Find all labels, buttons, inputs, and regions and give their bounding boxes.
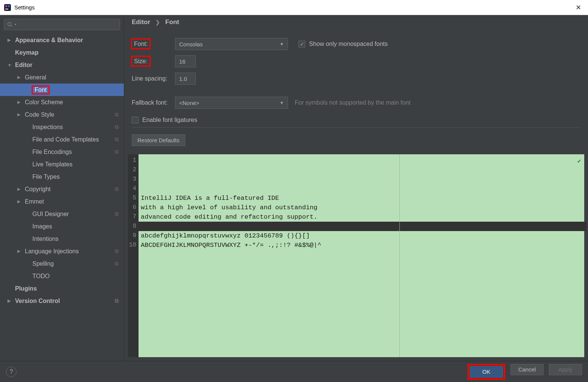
sidebar-item-label: Code Style — [25, 111, 54, 118]
sidebar-item-copyright[interactable]: ▶Copyright⧉ — [0, 183, 124, 195]
preview-line — [141, 259, 584, 269]
scope-icon: ⧉ — [115, 211, 119, 217]
search-dropdown-icon[interactable]: ▾ — [15, 23, 17, 26]
preview-line: abcdefghijklmnopqrstuvwxyz 0123456789 ()… — [141, 231, 584, 240]
svg-line-5 — [11, 26, 12, 27]
cancel-button[interactable]: Cancel — [510, 364, 544, 375]
sidebar-item-gui-designer[interactable]: ▶GUI Designer⧉ — [0, 208, 124, 220]
font-select[interactable]: Consolas ▼ — [175, 38, 288, 50]
sidebar-item-label: Emmet — [25, 198, 44, 205]
sidebar-item-file-encodings[interactable]: ▶File Encodings⧉ — [0, 146, 124, 158]
sidebar-item-code-style[interactable]: ▶Code Style⧉ — [0, 108, 124, 121]
preview-line — [141, 278, 584, 288]
chevron-right-icon: ▶ — [17, 75, 23, 80]
preview-line — [141, 269, 584, 278]
help-button[interactable]: ? — [6, 367, 17, 377]
sidebar-item-label: Color Scheme — [25, 99, 63, 106]
show-monospaced-label: Show only monospaced fonts — [309, 41, 388, 47]
sidebar-item-file-types[interactable]: ▶File Types — [0, 170, 124, 183]
sidebar-item-label: File and Code Templates — [32, 136, 99, 143]
app-icon — [4, 4, 11, 11]
chevron-right-icon: ▶ — [17, 187, 23, 192]
sidebar-item-label: Editor — [15, 62, 32, 68]
sidebar-item-color-scheme[interactable]: ▶Color Scheme — [0, 96, 124, 108]
window-titlebar: Settings ✕ — [0, 0, 588, 15]
preview-line: with a high level of usability and outst… — [141, 203, 584, 212]
svg-rect-0 — [4, 4, 11, 11]
sidebar-item-live-templates[interactable]: ▶Live Templates — [0, 158, 124, 170]
sidebar-item-images[interactable]: ▶Images — [0, 220, 124, 233]
sidebar-item-intentions[interactable]: ▶Intentions — [0, 233, 124, 245]
sidebar-item-spelling[interactable]: ▶Spelling⧉ — [0, 257, 124, 270]
linespacing-label: Line spacing: — [132, 75, 175, 82]
settings-tree: ▶Appearance & Behavior▶Keymap▼Editor▶Gen… — [0, 34, 124, 361]
ligatures-checkbox[interactable] — [132, 117, 139, 123]
chevron-right-icon: ▶ — [17, 112, 23, 117]
font-label: Font: — [132, 39, 150, 49]
search-icon — [7, 22, 12, 27]
chevron-down-icon: ▼ — [280, 42, 284, 46]
chevron-right-icon: ▶ — [17, 100, 23, 105]
chevron-right-icon: ▶ — [8, 298, 13, 303]
sidebar-item-general[interactable]: ▶General — [0, 71, 124, 84]
sidebar-item-editor[interactable]: ▼Editor — [0, 59, 124, 71]
scope-icon: ⧉ — [115, 260, 119, 267]
breadcrumb-parent[interactable]: Editor — [132, 18, 150, 26]
fallback-select[interactable]: <None> ▼ — [175, 97, 288, 109]
font-preview: 12345678910 ✔ IntelliJ IDEA is a full-fe… — [128, 154, 584, 357]
chevron-right-icon: ▶ — [17, 249, 23, 254]
chevron-right-icon: ❯ — [155, 19, 160, 25]
show-monospaced-checkbox[interactable]: ✓ — [299, 41, 305, 47]
restore-defaults-button[interactable]: Restore Defaults — [132, 134, 185, 146]
sidebar-item-label: Language Injections — [25, 248, 79, 255]
apply-button[interactable]: Apply — [549, 364, 582, 375]
preview-line — [139, 222, 586, 231]
sidebar-item-version-control[interactable]: ▶Version Control⧉ — [0, 295, 124, 307]
settings-content: Editor ❯ Font Font: Consolas ▼ ✓ Show on… — [124, 15, 588, 361]
sidebar-item-emmet[interactable]: ▶Emmet — [0, 195, 124, 208]
fallback-hint: For symbols not supported by the main fo… — [295, 99, 411, 106]
sidebar-item-label: Font — [32, 86, 49, 94]
svg-rect-3 — [5, 9, 8, 9]
dialog-footer: ? OK Cancel Apply — [0, 361, 588, 382]
sidebar-item-label: Copyright — [25, 186, 50, 193]
sidebar-item-todo[interactable]: ▶TODO — [0, 270, 124, 282]
sidebar-item-label: Plugins — [15, 285, 37, 292]
sidebar-item-inspections[interactable]: ▶Inspections⧉ — [0, 121, 124, 133]
preview-line: IntelliJ IDEA is a full-featured IDE — [141, 193, 584, 203]
preview-line: ABCDEFGHIJKLMNOPQRSTUVWXYZ +-*/= .,;:!? … — [141, 240, 584, 250]
ok-button[interactable]: OK — [470, 366, 503, 377]
preview-line: advanced code editing and refactoring su… — [141, 212, 584, 222]
sidebar-item-file-and-code-templates[interactable]: ▶File and Code Templates⧉ — [0, 133, 124, 146]
svg-rect-1 — [5, 5, 7, 7]
linespacing-input[interactable] — [175, 73, 196, 85]
svg-point-4 — [8, 23, 11, 26]
settings-sidebar: ▾ ▶Appearance & Behavior▶Keymap▼Editor▶G… — [0, 15, 124, 361]
chevron-down-icon: ▼ — [280, 100, 284, 105]
ligatures-label: Enable font ligatures — [142, 117, 197, 123]
font-select-value: Consolas — [179, 41, 203, 47]
scope-icon: ⧉ — [115, 124, 119, 130]
breadcrumb: Editor ❯ Font — [124, 15, 588, 28]
close-button[interactable]: ✕ — [573, 2, 584, 13]
scope-icon: ⧉ — [115, 186, 119, 192]
sidebar-item-label: File Encodings — [32, 149, 72, 155]
breadcrumb-current: Font — [165, 18, 179, 26]
sidebar-item-label: Spelling — [32, 260, 54, 267]
sidebar-item-language-injections[interactable]: ▶Language Injections⧉ — [0, 245, 124, 257]
sidebar-item-font[interactable]: ▶Font — [0, 84, 124, 96]
sidebar-item-label: General — [25, 74, 46, 81]
preview-line — [141, 250, 584, 259]
search-input[interactable]: ▾ — [4, 19, 120, 30]
chevron-right-icon: ▶ — [8, 38, 13, 43]
sidebar-item-plugins[interactable]: ▶Plugins — [0, 282, 124, 295]
sidebar-item-label: Version Control — [15, 298, 60, 304]
size-input[interactable] — [175, 55, 196, 67]
sidebar-item-label: TODO — [32, 273, 50, 280]
sidebar-item-keymap[interactable]: ▶Keymap — [0, 46, 124, 59]
sidebar-item-appearance-behavior[interactable]: ▶Appearance & Behavior — [0, 34, 124, 46]
right-margin-line — [399, 154, 400, 357]
scope-icon: ⧉ — [115, 248, 119, 254]
fallback-select-value: <None> — [179, 100, 199, 106]
sidebar-item-label: Live Templates — [32, 161, 72, 168]
